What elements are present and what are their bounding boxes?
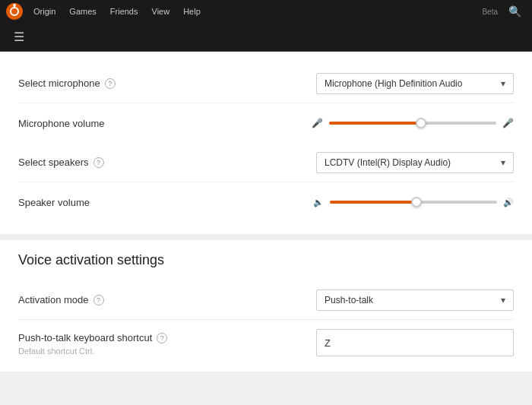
ptt-shortcut-control: Z bbox=[216, 329, 514, 356]
toolbar: ☰ bbox=[0, 23, 532, 52]
microphone-slider-track[interactable] bbox=[329, 122, 496, 125]
speaker-volume-label: Speaker volume bbox=[18, 197, 216, 208]
select-speakers-row: Select speakers ? LCDTV (Intel(R) Displa… bbox=[18, 143, 514, 182]
microphone-slider-fill bbox=[329, 122, 421, 125]
menubar-games[interactable]: Games bbox=[63, 4, 102, 19]
hamburger-button[interactable]: ☰ bbox=[9, 27, 29, 47]
speakers-dropdown-value: LCDTV (Intel(R) Display Audio) bbox=[325, 157, 451, 168]
microphone-control: Microphone (High Definition Audio ▾ bbox=[216, 73, 514, 94]
activation-mode-label: Activation mode bbox=[18, 294, 89, 305]
speakers-control: LCDTV (Intel(R) Display Audio) ▾ bbox=[216, 152, 514, 173]
ptt-shortcut-help-icon[interactable]: ? bbox=[157, 333, 167, 343]
activation-mode-row: Activation mode ? Push-to-talk ▾ bbox=[18, 280, 514, 320]
ptt-shortcut-value: Z bbox=[325, 337, 331, 349]
speaker-volume-row: Speaker volume 🔈 🔊 bbox=[18, 182, 514, 222]
activation-mode-dropdown[interactable]: Push-to-talk ▾ bbox=[316, 290, 514, 311]
vol-high-icon: 🔊 bbox=[503, 198, 514, 207]
menubar-friends[interactable]: Friends bbox=[104, 4, 144, 19]
activation-mode-dropdown-arrow: ▾ bbox=[501, 295, 505, 305]
menubar-view[interactable]: View bbox=[146, 4, 176, 19]
speakers-dropdown[interactable]: LCDTV (Intel(R) Display Audio) ▾ bbox=[316, 152, 514, 173]
voice-activation-panel: Voice activation settings Activation mod… bbox=[0, 240, 532, 372]
select-microphone-row: Select microphone ? Microphone (High Def… bbox=[18, 64, 514, 103]
beta-label: Beta bbox=[482, 8, 498, 16]
ptt-shortcut-row: Push-to-talk keyboard shortcut ? Default… bbox=[18, 320, 514, 359]
microphone-volume-label: Microphone volume bbox=[18, 118, 216, 129]
ptt-shortcut-input[interactable]: Z bbox=[316, 329, 514, 356]
search-icon[interactable]: 🔍 bbox=[504, 4, 526, 19]
microphone-volume-control: 🎤 🎤 bbox=[222, 118, 514, 128]
activation-mode-help-icon[interactable]: ? bbox=[93, 295, 104, 305]
vol-low-icon: 🔈 bbox=[313, 198, 324, 207]
origin-logo bbox=[6, 3, 23, 20]
menubar: Origin Games Friends View Help Beta 🔍 bbox=[0, 0, 532, 23]
microphone-volume-row: Microphone volume 🎤 🎤 bbox=[18, 103, 514, 143]
svg-point-2 bbox=[13, 4, 16, 7]
menubar-items: Origin Games Friends View Help bbox=[27, 4, 482, 19]
speakers-dropdown-arrow: ▾ bbox=[501, 157, 505, 168]
audio-settings-panel: Select microphone ? Microphone (High Def… bbox=[0, 52, 532, 234]
main-content: Select microphone ? Microphone (High Def… bbox=[0, 52, 532, 405]
activation-mode-label-group: Activation mode ? bbox=[18, 294, 216, 305]
voice-activation-title: Voice activation settings bbox=[18, 252, 514, 268]
select-microphone-label-group: Select microphone ? bbox=[18, 78, 216, 89]
ptt-shortcut-label: Push-to-talk keyboard shortcut bbox=[18, 332, 152, 343]
microphone-slider-thumb[interactable] bbox=[416, 118, 426, 128]
microphone-dropdown-value: Microphone (High Definition Audio bbox=[325, 78, 462, 89]
speaker-volume-control: 🔈 🔊 bbox=[222, 198, 514, 207]
microphone-dropdown-arrow: ▾ bbox=[501, 78, 505, 89]
microphone-help-icon[interactable]: ? bbox=[105, 78, 116, 89]
select-microphone-label: Select microphone bbox=[18, 78, 100, 89]
mic-icon: 🎤 bbox=[502, 118, 514, 128]
menubar-origin[interactable]: Origin bbox=[27, 4, 62, 19]
menubar-help[interactable]: Help bbox=[177, 4, 207, 19]
speaker-slider-track[interactable] bbox=[330, 201, 497, 204]
microphone-dropdown[interactable]: Microphone (High Definition Audio ▾ bbox=[316, 73, 514, 94]
ptt-shortcut-subtext: Default shortcut Ctrl. bbox=[18, 346, 94, 356]
select-speakers-label-group: Select speakers ? bbox=[18, 157, 216, 168]
speaker-slider-thumb[interactable] bbox=[411, 197, 422, 207]
activation-mode-control: Push-to-talk ▾ bbox=[216, 290, 514, 311]
speaker-slider-fill bbox=[330, 201, 416, 204]
select-speakers-label: Select speakers bbox=[18, 157, 89, 168]
ptt-shortcut-label-group: Push-to-talk keyboard shortcut ? Default… bbox=[18, 329, 216, 356]
mic-mute-icon: 🎤 bbox=[312, 118, 323, 128]
speakers-help-icon[interactable]: ? bbox=[93, 157, 104, 168]
activation-mode-value: Push-to-talk bbox=[325, 295, 373, 305]
